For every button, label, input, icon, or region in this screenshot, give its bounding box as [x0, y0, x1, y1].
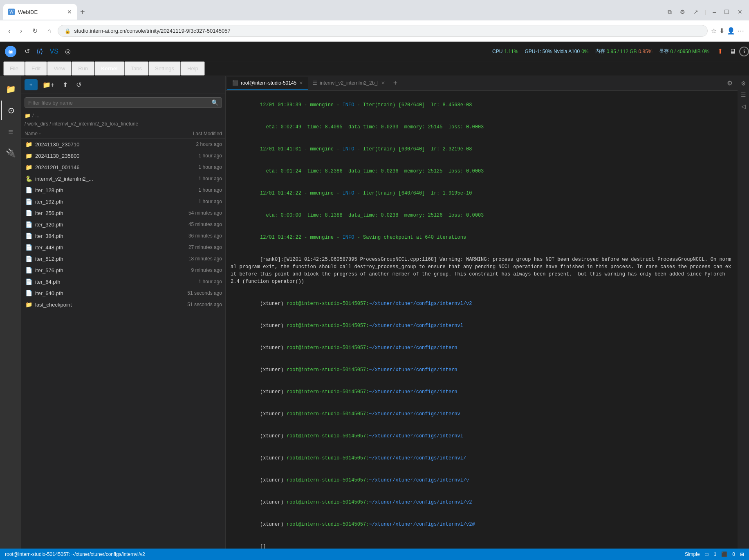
home-button[interactable]: ⌂ — [44, 26, 55, 36]
refresh-files-button[interactable]: ↺ — [73, 78, 85, 91]
file-item-time: 1 hour ago — [161, 279, 222, 284]
activity-git-btn[interactable]: ≡ — [1, 122, 20, 141]
menu-view[interactable]: View — [47, 61, 72, 76]
right-filter-icon[interactable]: ☰ — [739, 89, 748, 101]
file-item-name: iter_128.pth — [35, 187, 161, 193]
menu-tabs[interactable]: Tabs — [124, 61, 148, 76]
file-item[interactable]: 📁 20241130_230710 2 hours ago — [21, 139, 225, 150]
menu-help[interactable]: Help — [181, 61, 205, 76]
file-item[interactable]: 📄 iter_448.pth 27 minutes ago — [21, 242, 225, 253]
file-list-header: Name ↑ Last Modified — [21, 129, 225, 139]
file-item-time: 27 minutes ago — [161, 244, 222, 250]
vram-stat: 显存 0 / 40950 MiB 0% — [659, 48, 709, 55]
tf-icon[interactable]: ⬆ — [714, 46, 726, 57]
breadcrumb-ellipsis: ... — [35, 113, 39, 119]
vscode-icon[interactable]: VS — [46, 46, 61, 57]
refresh-button[interactable]: ↻ — [29, 25, 41, 36]
name-column-header[interactable]: Name ↑ — [25, 131, 161, 137]
new-folder-button[interactable]: 📁+ — [39, 78, 58, 91]
file-item-time: 18 minutes ago — [161, 256, 222, 262]
terminal-tab-1-close[interactable]: ✕ — [299, 80, 303, 86]
file-icon: 📄 — [25, 278, 33, 286]
grid-icon[interactable]: ⊞ — [740, 551, 744, 557]
back-button[interactable]: ‹ — [5, 26, 13, 36]
terminal-settings-button[interactable]: ⚙ — [724, 76, 736, 90]
file-search-box[interactable]: 🔍 — [25, 97, 222, 108]
tab-close-button[interactable]: ✕ — [67, 9, 72, 15]
file-icon: 📄 — [25, 289, 33, 297]
terminal-content[interactable]: 12/01 01:39:39 - mmengine - INFO - Iter(… — [226, 91, 738, 549]
menu-kernel[interactable]: Kernel — [94, 61, 124, 76]
file-item-name: iter_576.pth — [35, 267, 161, 273]
share-button[interactable]: ↗ — [690, 7, 702, 17]
tab-controls: ⧉ ⚙ ↗ | – ☐ ✕ — [664, 7, 746, 17]
sidebar-toolbar: + 📁+ ⬆ ↺ — [21, 76, 225, 94]
forward-button[interactable]: › — [17, 26, 25, 36]
terminal-line: eta: 0:01:24 time: 8.2386 data_time: 0.0… — [231, 160, 733, 182]
file-item[interactable]: 📁 last_checkpoint 51 seconds ago — [21, 299, 225, 310]
simple-label: Simple — [685, 551, 700, 557]
mem-warn: 0.85% — [639, 49, 653, 54]
file-item[interactable]: 📄 iter_64.pth 1 hour ago — [21, 276, 225, 287]
restore-button[interactable]: ⧉ — [664, 7, 675, 17]
toggle-icon[interactable]: ⬭ — [705, 551, 709, 557]
compass-icon[interactable]: ◎ — [62, 46, 74, 57]
upload-button[interactable]: ⬆ — [59, 78, 71, 91]
right-settings-icon[interactable]: ⚙ — [739, 78, 748, 89]
terminal-line: (xtuner) root@intern-studio-50145057:~/x… — [231, 359, 733, 381]
activity-files-btn[interactable]: 📁 — [1, 79, 20, 99]
browser-tab-webide[interactable]: W WebIDE ✕ — [3, 4, 77, 20]
menu-settings[interactable]: Settings — [148, 61, 181, 76]
file-item[interactable]: 📁 20241130_235800 1 hour ago — [21, 150, 225, 161]
file-item-name: iter_64.pth — [35, 279, 161, 285]
webide-logo-icon: ◉ — [5, 46, 16, 57]
new-terminal-button[interactable]: + — [390, 77, 401, 89]
minimize-button[interactable]: – — [709, 7, 719, 17]
editor-area: ⬛ root@intern-studio-50145 ✕ ☰ internvl_… — [226, 76, 738, 549]
file-item[interactable]: 📄 iter_384.pth 36 minutes ago — [21, 230, 225, 242]
activity-search-btn[interactable]: ⊙ — [1, 101, 20, 120]
terminal-tab-2-label: internvl_v2_internlm2_2b_l — [320, 80, 378, 86]
extensions-button[interactable]: ⚙ — [677, 7, 688, 17]
status-right: Simple ⬭ 1 ⬛ 0 ⊞ — [685, 551, 744, 557]
close-window-button[interactable]: ✕ — [734, 7, 746, 17]
new-file-button[interactable]: + — [25, 79, 38, 90]
file-item-time: 2 hours ago — [161, 141, 222, 147]
monitor-icon[interactable]: 🖥 — [726, 46, 739, 57]
sync-icon[interactable]: ↺ — [21, 46, 33, 57]
file-item[interactable]: 📄 iter_320.pth 45 minutes ago — [21, 219, 225, 230]
more-icon[interactable]: ⋯ — [738, 27, 744, 35]
breadcrumb-root[interactable]: / — [32, 113, 34, 119]
file-search-input[interactable] — [28, 100, 211, 106]
file-item[interactable]: 📄 iter_192.pth 1 hour ago — [21, 196, 225, 207]
terminal-line: (xtuner) root@intern-studio-50145057:~/x… — [231, 447, 733, 469]
url-box[interactable]: 🔒 studio.intern-ai.org.cn/console/trinit… — [58, 25, 708, 37]
breadcrumb-full: / work_dirs / internvl_v2_internlm2_2b_l… — [21, 120, 225, 129]
file-item[interactable]: 📄 iter_576.pth 9 minutes ago — [21, 264, 225, 276]
info-icon[interactable]: ℹ — [739, 47, 749, 56]
menu-run[interactable]: Run — [72, 61, 94, 76]
right-collapse-icon[interactable]: ◁ — [740, 101, 747, 112]
download-icon[interactable]: ⬇ — [719, 27, 724, 35]
new-tab-button[interactable]: + — [77, 6, 88, 18]
terminal-icon-bottom[interactable]: ⬛ — [721, 551, 727, 557]
bookmark-icon[interactable]: ☆ — [711, 27, 717, 35]
file-item[interactable]: 📄 iter_128.pth 1 hour ago — [21, 184, 225, 196]
webide-container: ◉ ↺ ⟨/⟩ VS ◎ CPU 1.11% GPU-1: 50% Nvidia… — [0, 42, 749, 560]
terminal-tab-2[interactable]: ☰ internvl_v2_internlm2_2b_l ✕ — [308, 77, 390, 90]
file-item[interactable]: 📄 iter_256.pth 54 minutes ago — [21, 207, 225, 219]
terminal-tab-1[interactable]: ⬛ root@intern-studio-50145 ✕ — [227, 77, 308, 90]
code-icon[interactable]: ⟨/⟩ — [33, 46, 46, 57]
file-item[interactable]: 📄 iter_512.pth 18 minutes ago — [21, 253, 225, 264]
profile-icon[interactable]: 👤 — [727, 27, 735, 35]
file-item[interactable]: 📄 iter_640.pth 51 seconds ago — [21, 287, 225, 299]
file-item-time: 45 minutes ago — [161, 222, 222, 227]
terminal-tabs: ⬛ root@intern-studio-50145 ✕ ☰ internvl_… — [226, 76, 738, 91]
file-item[interactable]: 🐍 internvl_v2_internlm2_... 1 hour ago — [21, 173, 225, 184]
file-item[interactable]: 📁 20241201_001146 1 hour ago — [21, 161, 225, 173]
terminal-tab-2-close[interactable]: ✕ — [381, 80, 385, 86]
menu-file[interactable]: File — [3, 61, 25, 76]
activity-debug-btn[interactable]: 🔌 — [1, 143, 20, 163]
menu-edit[interactable]: Edit — [25, 61, 47, 76]
maximize-button[interactable]: ☐ — [721, 7, 733, 17]
